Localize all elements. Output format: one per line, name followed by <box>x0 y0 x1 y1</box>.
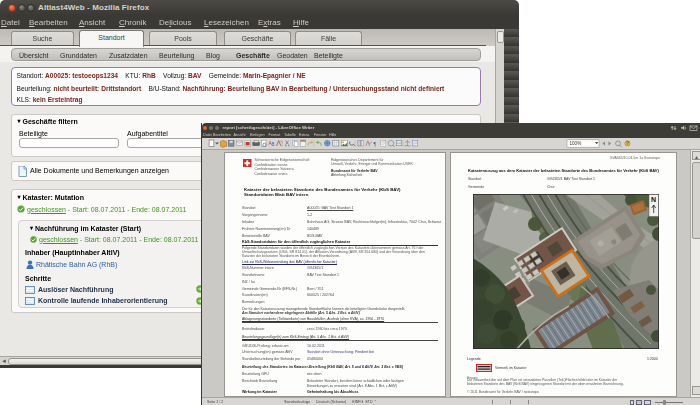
svg-text:?: ? <box>626 141 629 146</box>
svg-text:N: N <box>651 196 656 203</box>
svg-text:B: B <box>272 142 275 147</box>
svg-text:¶: ¶ <box>374 141 377 147</box>
svg-text:100%: 100% <box>570 141 582 146</box>
